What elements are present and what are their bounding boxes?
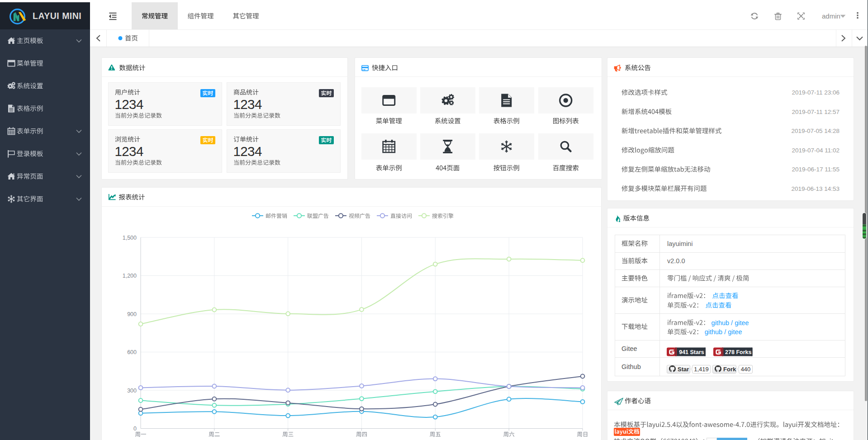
svg-text:Gitee: Gitee [621,345,637,352]
svg-text:2019-07-05 14:28: 2019-07-05 14:28 [791,128,840,134]
svg-text:941 Stars: 941 Stars [679,349,704,355]
svg-text:1,200: 1,200 [123,273,137,279]
svg-text:1234: 1234 [115,97,143,112]
svg-text:github / gitee: github / gitee [705,328,742,336]
svg-text:2019-06-13 14:53: 2019-06-13 14:53 [791,185,840,192]
svg-text:1,500: 1,500 [123,235,137,241]
svg-text:v2.0.0: v2.0.0 [667,257,685,265]
svg-text:2019-07-11 12:57: 2019-07-11 12:57 [792,109,840,115]
svg-text:2019-06-17 11:55: 2019-06-17 11:55 [792,166,840,173]
svg-text:admin: admin [822,12,840,20]
svg-text:1234: 1234 [233,144,262,159]
svg-text:2019-07-11 23:06: 2019-07-11 23:06 [792,89,840,96]
svg-text:0: 0 [133,426,137,432]
svg-text:440: 440 [741,366,751,373]
svg-text:Star: Star [678,366,689,373]
svg-text:278 Forks: 278 Forks [725,349,751,355]
svg-text:1,419: 1,419 [694,366,709,373]
svg-text:300: 300 [127,388,137,394]
svg-text:2019-07-04 11:02: 2019-07-04 11:02 [792,147,840,154]
svg-text:github / gitee: github / gitee [711,319,749,326]
svg-text:LAYUI MINI: LAYUI MINI [33,11,81,21]
svg-text:layuimini: layuimini [667,240,693,247]
svg-text:Github: Github [621,363,641,370]
svg-text:Fork: Fork [723,366,736,373]
svg-text:900: 900 [127,311,137,317]
svg-text:600: 600 [127,349,137,355]
svg-text:1234: 1234 [233,97,262,112]
svg-text:1234: 1234 [115,144,143,159]
